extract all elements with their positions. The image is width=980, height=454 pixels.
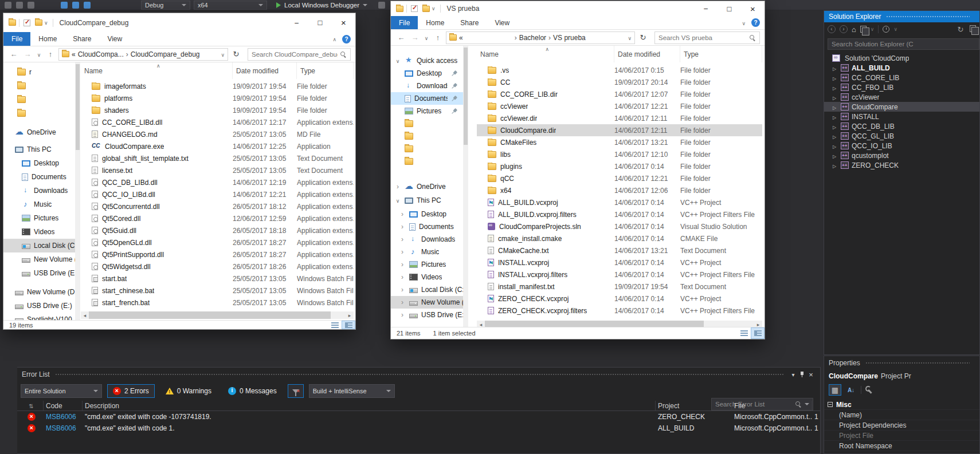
nav-item[interactable]: Documents <box>391 220 463 233</box>
file-row[interactable]: global_shift_list_template.txt 25/05/201… <box>81 152 354 164</box>
breadcrumb-root[interactable]: « <box>72 50 76 58</box>
file-row[interactable]: cmake_install.cmake 14/06/2017 0:14 CMAK… <box>477 232 762 244</box>
file-row[interactable]: imageformats 19/09/2017 19:54 File folde… <box>81 80 354 92</box>
title-bar[interactable]: VS prueba <box>391 1 765 16</box>
toolbar-icon[interactable] <box>5 2 11 9</box>
file-row[interactable]: Qt5Widgetsd.dll 26/05/2017 18:26 Applica… <box>81 260 354 273</box>
breadcrumb-current[interactable]: VS prueba <box>553 34 586 42</box>
nav-item-this-pc[interactable]: This PC <box>3 143 75 156</box>
solution-node[interactable]: Solution 'CloudComp <box>824 53 979 63</box>
quick-access-check-icon[interactable] <box>411 5 418 12</box>
file-row[interactable]: CloudCompareProjects.sln 14/06/2017 0:14… <box>477 220 762 232</box>
quick-access-folder[interactable] <box>391 143 463 155</box>
close-button[interactable] <box>741 1 765 16</box>
toolbar-icon[interactable] <box>84 2 91 9</box>
maximize-button[interactable] <box>308 13 332 32</box>
nav-item[interactable]: Desktop <box>391 208 463 220</box>
file-row[interactable]: .vs 14/06/2017 0:15 File folder <box>477 64 762 76</box>
save-all-icon[interactable] <box>72 2 79 9</box>
file-row[interactable]: CHANGELOG.md 25/05/2017 13:05 MD File <box>81 128 354 140</box>
file-row[interactable]: install_manifest.txt 19/09/2017 19:54 Te… <box>477 281 762 293</box>
column-header-severity[interactable] <box>17 401 44 410</box>
minimize-button[interactable] <box>285 13 308 32</box>
scroll-left-icon[interactable] <box>477 322 485 327</box>
file-row[interactable]: ZERO_CHECK.vcxproj.filters 14/06/2017 0:… <box>477 305 762 317</box>
quick-access-item[interactable]: Downloads <box>391 80 463 92</box>
toolbar-icon[interactable] <box>16 2 23 9</box>
column-header-date-modified[interactable]: Date modified <box>614 46 680 62</box>
categorized-view-button[interactable] <box>829 384 841 396</box>
file-row[interactable]: ALL_BUILD.vcxproj 14/06/2017 0:14 VC++ P… <box>477 196 762 208</box>
file-row[interactable]: QCC_IO_LIBd.dll 14/06/2017 12:21 Applica… <box>81 188 354 200</box>
details-view-button[interactable] <box>737 327 751 339</box>
file-row[interactable]: CMakeFiles 14/06/2017 13:21 File folder <box>477 136 762 148</box>
build-intellisense-dropdown[interactable]: Build + IntelliSense <box>309 384 395 398</box>
close-button[interactable] <box>332 13 355 32</box>
collapse-all-icon[interactable] <box>970 25 976 32</box>
thumbnails-view-button[interactable] <box>751 327 765 339</box>
file-row[interactable]: Qt5Guid.dll 26/05/2017 18:18 Application… <box>81 224 354 236</box>
nav-scrollbar[interactable] <box>75 62 80 321</box>
column-header-code[interactable]: Code <box>44 401 83 410</box>
ribbon-tab[interactable]: View <box>487 16 518 29</box>
scroll-left-icon[interactable] <box>81 313 89 318</box>
save-icon[interactable] <box>61 2 68 9</box>
chevron-right-icon[interactable] <box>399 286 406 294</box>
error-row[interactable]: MSB6006 "cmd.exe" exited with code -1073… <box>17 411 820 423</box>
recent-locations-icon[interactable] <box>36 50 42 58</box>
chevron-right-icon[interactable] <box>399 235 406 243</box>
file-row[interactable]: ccViewer.dir 14/06/2017 12:11 File folde… <box>477 112 762 124</box>
close-icon[interactable] <box>806 370 816 379</box>
title-bar[interactable]: CloudCompare_debug <box>3 13 355 32</box>
nav-item-onedrive[interactable]: OneDrive <box>3 125 75 139</box>
file-row[interactable]: platforms 19/09/2017 19:54 File folder <box>81 92 354 104</box>
nav-item-onedrive[interactable]: OneDrive <box>391 180 463 193</box>
project-node[interactable]: ccViewer <box>824 92 979 102</box>
file-row[interactable]: x64 14/06/2017 12:06 File folder <box>477 184 762 196</box>
project-node[interactable]: CC_CORE_LIB <box>824 73 979 82</box>
nav-item-this-pc[interactable]: This PC <box>391 194 463 207</box>
solution-platform-dropdown[interactable]: x64 <box>194 1 267 10</box>
details-view-button[interactable] <box>328 321 342 329</box>
expander-icon[interactable] <box>831 123 838 131</box>
chevron-right-icon[interactable] <box>399 298 406 306</box>
quick-access-item[interactable]: Documents <box>391 92 463 105</box>
file-row[interactable]: INSTALL.vcxproj 14/06/2017 0:14 VC++ Pro… <box>477 256 762 269</box>
solution-configuration-dropdown[interactable]: Debug <box>141 1 190 10</box>
back-icon[interactable] <box>828 25 836 33</box>
ribbon-tab[interactable]: View <box>99 32 130 46</box>
expander-icon[interactable] <box>831 142 838 150</box>
ribbon-tab[interactable]: Home <box>418 16 452 29</box>
refresh-icon[interactable] <box>230 50 242 58</box>
expander-icon[interactable] <box>831 93 838 101</box>
project-node[interactable]: QCC_IO_LIB <box>824 141 979 151</box>
property-row[interactable]: Project File <box>824 431 979 441</box>
expander-icon[interactable] <box>831 103 838 111</box>
file-row[interactable]: start_chinese.bat 25/05/2017 13:05 Windo… <box>81 285 354 297</box>
forward-button[interactable] <box>22 50 33 58</box>
back-button[interactable] <box>8 50 19 58</box>
error-code-link[interactable]: MSB6006 <box>44 423 83 434</box>
project-node[interactable]: CC_FBO_LIB <box>824 82 979 92</box>
window-position-icon[interactable] <box>789 372 798 378</box>
warnings-filter-button[interactable]: 0 Warnings <box>160 384 217 398</box>
toolbar-icon[interactable] <box>28 2 34 9</box>
project-node[interactable]: QCC_DB_LIB <box>824 121 979 131</box>
forward-icon[interactable] <box>840 25 848 33</box>
quick-access-dropdown-icon[interactable] <box>44 20 48 26</box>
file-row[interactable]: ZERO_CHECK.vcxproj 14/06/2017 0:14 VC++ … <box>477 293 762 305</box>
property-row[interactable]: (Name) <box>824 410 979 420</box>
nav-item[interactable]: Videos <box>3 225 75 239</box>
folder-icon[interactable] <box>35 19 42 26</box>
address-dropdown-icon[interactable] <box>628 34 632 42</box>
column-header-project[interactable]: Project <box>656 401 732 410</box>
nav-item[interactable]: New Volume (D: <box>391 296 463 309</box>
pin-icon[interactable] <box>799 372 805 378</box>
file-row[interactable]: start.bat 25/05/2017 13:05 Windows Batch… <box>81 273 354 285</box>
expander-icon[interactable] <box>831 161 838 169</box>
up-button[interactable] <box>45 50 56 58</box>
project-node[interactable]: INSTALL <box>824 112 979 121</box>
chevron-right-icon[interactable] <box>399 273 406 281</box>
help-icon[interactable] <box>751 18 760 27</box>
column-header-line[interactable] <box>812 401 820 410</box>
